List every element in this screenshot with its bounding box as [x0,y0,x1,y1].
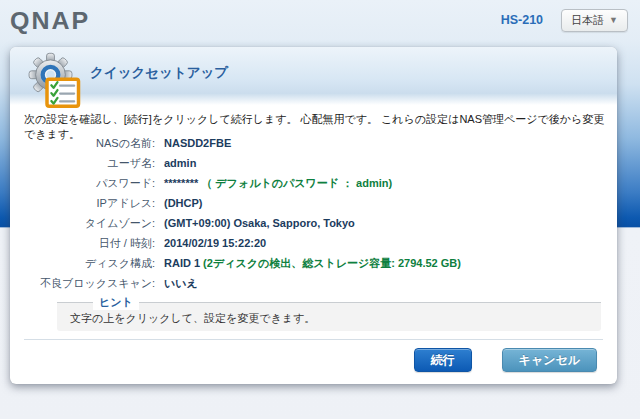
hint-legend: ヒント [93,295,139,310]
setting-label: IPアドレス: [24,196,164,211]
setting-note: (2ディスクの検出、総ストレージ容量: 2794.52 GB) [200,257,461,269]
button-row: 続行 キャンセル [414,348,597,372]
setting-label: 不良ブロックスキャン: [24,276,164,291]
setting-value[interactable]: 2014/02/19 15:22:20 [164,237,266,249]
setting-label: ユーザ名: [24,156,164,171]
chevron-down-icon: ▼ [609,16,618,25]
settings-row: ディスク構成:RAID 1 (2ディスクの検出、総ストレージ容量: 2794.5… [24,253,607,273]
setting-value[interactable]: (DHCP) [164,197,203,209]
settings-row: NASの名前:NASDD2FBE [24,133,607,153]
settings-row: IPアドレス:(DHCP) [24,193,607,213]
setting-label: パスワード: [24,176,164,191]
quick-setup-panel: クイックセットアップ 次の設定を確認し、[続行]をクリックして続行します。 心配… [10,47,617,384]
setting-value[interactable]: いいえ [164,276,198,291]
cancel-button[interactable]: キャンセル [502,348,597,372]
setting-value[interactable]: ******** （ デフォルトのパスワード ： admin) [164,176,392,191]
page-title: クイックセットアップ [90,64,228,82]
checklist-icon [47,79,79,106]
settings-row: 日付 / 時刻:2014/02/19 15:22:20 [24,233,607,253]
settings-list: NASの名前:NASDD2FBEユーザ名:adminパスワード:********… [24,133,607,293]
settings-row: パスワード:******** （ デフォルトのパスワード ： admin) [24,173,607,193]
settings-row: 不良ブロックスキャン:いいえ [24,273,607,293]
setting-note: （ デフォルトのパスワード ： admin) [198,177,392,189]
model-name: HS-210 [501,13,543,27]
setting-label: NASの名前: [24,136,164,151]
setting-value[interactable]: admin [164,157,196,169]
language-dropdown[interactable]: 日本語 ▼ [561,9,628,32]
setting-value[interactable]: NASDD2FBE [164,137,231,149]
footer-divider [24,339,603,340]
hint-text: 文字の上をクリックして、設定を変更できます。 [70,311,315,326]
settings-row: ユーザ名:admin [24,153,607,173]
setting-label: 日付 / 時刻: [24,236,164,251]
language-label: 日本語 [571,13,604,28]
setting-label: タイムゾーン: [24,216,164,231]
continue-button[interactable]: 続行 [414,348,472,372]
setting-value[interactable]: (GMT+09:00) Osaka, Sapporo, Tokyo [164,217,355,229]
hint-box: ヒント 文字の上をクリックして、設定を変更できます。 [57,302,601,331]
setting-value[interactable]: RAID 1 (2ディスクの検出、総ストレージ容量: 2794.52 GB) [164,256,461,271]
quick-setup-icon [26,52,82,108]
setting-label: ディスク構成: [24,256,164,271]
qnap-logo: QNAP [10,6,90,34]
top-bar: QNAP HS-210 日本語 ▼ [0,0,640,40]
settings-row: タイムゾーン:(GMT+09:00) Osaka, Sapporo, Tokyo [24,213,607,233]
